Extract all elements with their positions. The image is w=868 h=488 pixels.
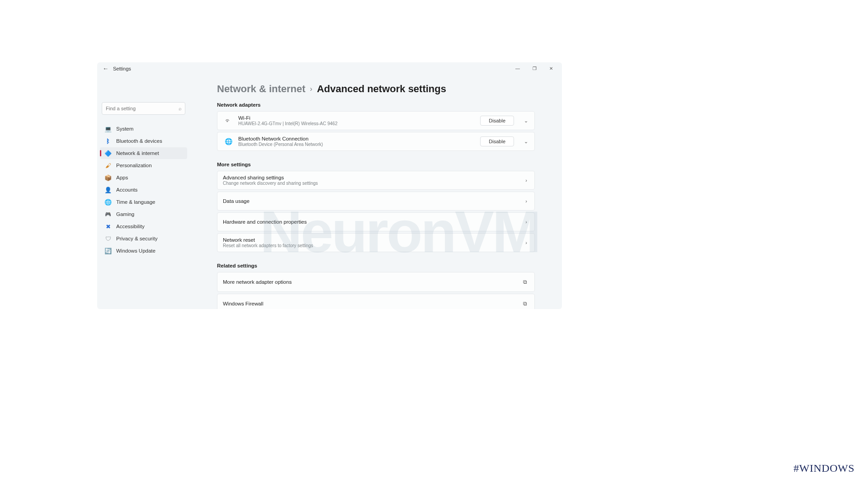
settings-window: ← Settings — ❐ ✕ ⌕ 💻 System <box>97 62 562 309</box>
external-link-icon: ⧉ <box>521 300 529 307</box>
related-row-adapter-options[interactable]: More network adapter options ⧉ <box>217 272 535 292</box>
sidebar-item-system[interactable]: 💻 System <box>100 123 187 135</box>
sidebar-item-label: Accessibility <box>116 224 145 229</box>
setting-row-data-usage[interactable]: Data usage › <box>217 192 535 211</box>
shield-icon: 🛡 <box>104 235 112 242</box>
sidebar-item-network[interactable]: 🔷 Network & internet <box>100 147 187 159</box>
setting-title: Hardware and connection properties <box>223 219 524 225</box>
sidebar: ⌕ 💻 System ᛒ Bluetooth & devices 🔷 Netwo… <box>97 75 190 309</box>
bluetooth-icon: ᛒ <box>104 137 112 145</box>
sidebar-item-label: Bluetooth & devices <box>116 138 162 144</box>
sidebar-item-bluetooth[interactable]: ᛒ Bluetooth & devices <box>100 135 187 147</box>
accounts-icon: 👤 <box>104 186 112 193</box>
sidebar-item-label: Personalization <box>116 163 152 168</box>
back-button[interactable]: ← <box>103 65 108 72</box>
window-title: Settings <box>113 66 131 71</box>
adapter-title: Bluetooth Network Connection <box>238 136 480 141</box>
section-header-more: More settings <box>217 162 535 167</box>
system-icon: 💻 <box>104 125 112 132</box>
disable-button[interactable]: Disable <box>480 116 514 126</box>
setting-title: Windows Firewall <box>223 301 521 306</box>
sidebar-item-label: Time & language <box>116 199 156 205</box>
setting-row-advanced-sharing[interactable]: Advanced sharing settings Change network… <box>217 171 535 190</box>
chevron-right-icon: › <box>524 219 529 225</box>
external-link-icon: ⧉ <box>521 279 529 285</box>
sidebar-item-privacy[interactable]: 🛡 Privacy & security <box>100 233 187 244</box>
close-button[interactable]: ✕ <box>547 65 556 72</box>
minimize-button[interactable]: — <box>513 65 523 72</box>
bluetooth-network-icon: 🌐 <box>223 138 234 145</box>
sidebar-item-accessibility[interactable]: ✖ Accessibility <box>100 221 187 232</box>
search-icon: ⌕ <box>179 106 182 111</box>
time-icon: 🌐 <box>104 198 112 206</box>
search-input[interactable] <box>102 102 185 115</box>
hashtag-label: #WINDOWS <box>793 462 854 474</box>
setting-title: Data usage <box>223 198 524 204</box>
sidebar-item-label: Windows Update <box>116 248 156 253</box>
setting-title: More network adapter options <box>223 279 521 285</box>
sidebar-item-gaming[interactable]: 🎮 Gaming <box>100 208 187 220</box>
breadcrumb-parent[interactable]: Network & internet <box>217 83 306 95</box>
chevron-right-icon: › <box>524 240 529 245</box>
setting-subtitle: Change network discovery and sharing set… <box>223 181 524 186</box>
setting-title: Network reset <box>223 237 524 243</box>
setting-subtitle: Reset all network adapters to factory se… <box>223 243 524 248</box>
page-title: Advanced network settings <box>317 83 446 95</box>
adapter-row-wifi[interactable]: ᯤ Wi-Fi HUAWEI-2.4G-GTmv | Intel(R) Wire… <box>217 111 535 130</box>
sidebar-item-label: Gaming <box>116 211 134 217</box>
content-area: Network & internet › Advanced network se… <box>190 75 562 309</box>
apps-icon: 📦 <box>104 174 112 181</box>
disable-button[interactable]: Disable <box>480 136 514 146</box>
breadcrumb: Network & internet › Advanced network se… <box>217 83 535 95</box>
sidebar-item-apps[interactable]: 📦 Apps <box>100 172 187 183</box>
sidebar-item-label: Privacy & security <box>116 236 157 241</box>
personalization-icon: 🖌 <box>104 162 112 169</box>
update-icon: 🔄 <box>104 247 112 254</box>
chevron-down-icon[interactable]: ⌄ <box>522 118 530 124</box>
accessibility-icon: ✖ <box>104 223 112 230</box>
setting-row-network-reset[interactable]: Network reset Reset all network adapters… <box>217 233 535 252</box>
chevron-down-icon[interactable]: ⌄ <box>522 139 530 145</box>
adapter-row-bluetooth[interactable]: 🌐 Bluetooth Network Connection Bluetooth… <box>217 132 535 151</box>
related-row-firewall[interactable]: Windows Firewall ⧉ <box>217 294 535 309</box>
sidebar-item-label: Accounts <box>116 187 137 192</box>
adapter-subtitle: HUAWEI-2.4G-GTmv | Intel(R) Wireless-AC … <box>238 121 480 126</box>
chevron-right-icon: › <box>524 178 529 183</box>
network-icon: 🔷 <box>104 150 112 157</box>
setting-title: Advanced sharing settings <box>223 175 524 180</box>
sidebar-item-label: Apps <box>116 175 128 180</box>
sidebar-item-label: Network & internet <box>116 150 159 156</box>
breadcrumb-separator: › <box>310 85 312 93</box>
titlebar: ← Settings — ❐ ✕ <box>97 62 562 75</box>
sidebar-item-label: System <box>116 126 133 131</box>
adapter-title: Wi-Fi <box>238 115 480 121</box>
adapter-subtitle: Bluetooth Device (Personal Area Network) <box>238 142 480 147</box>
setting-row-hardware[interactable]: Hardware and connection properties › <box>217 212 535 231</box>
maximize-button[interactable]: ❐ <box>530 65 539 72</box>
sidebar-item-personalization[interactable]: 🖌 Personalization <box>100 160 187 171</box>
section-header-adapters: Network adapters <box>217 102 535 108</box>
wifi-icon: ᯤ <box>223 117 234 124</box>
window-controls: — ❐ ✕ <box>513 65 558 72</box>
sidebar-item-update[interactable]: 🔄 Windows Update <box>100 245 187 257</box>
sidebar-item-time[interactable]: 🌐 Time & language <box>100 196 187 208</box>
sidebar-item-accounts[interactable]: 👤 Accounts <box>100 184 187 196</box>
section-header-related: Related settings <box>217 263 535 268</box>
gaming-icon: 🎮 <box>104 211 112 218</box>
chevron-right-icon: › <box>524 198 529 204</box>
